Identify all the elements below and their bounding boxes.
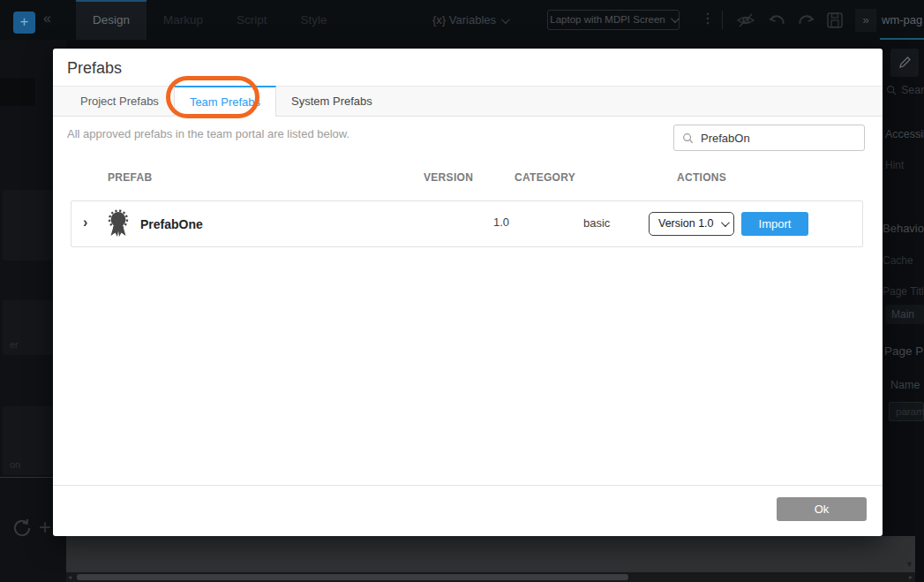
properties-search[interactable]: Sear (886, 84, 924, 96)
widget-tile[interactable] (3, 190, 52, 261)
prefabs-dialog: Prefabs Project Prefabs Team Prefabs Sys… (53, 49, 883, 536)
ok-button[interactable]: Ok (777, 497, 867, 521)
properties-panel: Sear Accessib Hint Behavior Cache Page T… (883, 40, 924, 536)
add-page-button[interactable]: + (13, 11, 35, 34)
add-widget-icon[interactable]: + (39, 515, 51, 540)
column-header-prefab: PREFAB (108, 171, 152, 184)
variables-menu[interactable]: {x} Variables (432, 0, 507, 40)
editor-mode-tabs: Design Markup Script Style (76, 0, 344, 40)
save-icon[interactable] (826, 11, 844, 33)
version-select[interactable]: Version 1.0 (649, 212, 734, 236)
chevron-down-icon (721, 218, 730, 227)
tab-system-prefabs[interactable]: System Prefabs (276, 87, 387, 116)
chevron-down-icon (501, 15, 510, 24)
canvas-right-edge (915, 536, 924, 582)
hint-property-label: Hint (885, 159, 904, 171)
dialog-description: All approved prefabs in the team portal … (67, 127, 349, 140)
horizontal-scrollbar-thumb[interactable] (77, 574, 628, 580)
prefab-category: basic (583, 216, 610, 230)
collapse-panel-icon[interactable]: « (43, 11, 51, 26)
edit-pencil-icon[interactable] (890, 49, 919, 77)
wavemaker-studio-screen: + « Design Markup Script Style {x} Varia… (0, 0, 924, 582)
widget-group-block (0, 78, 35, 106)
undo-icon[interactable] (767, 11, 786, 33)
prefab-badge-icon (106, 208, 131, 244)
tab-style[interactable]: Style (284, 0, 344, 40)
scroll-left-icon[interactable]: ◂ (68, 572, 71, 582)
expand-pages-icon[interactable]: » (855, 9, 876, 32)
behavior-section-header: Behavior (883, 222, 924, 235)
name-column-header: Name (890, 379, 920, 391)
page-title-input[interactable]: Main (885, 305, 924, 324)
page-title-value: Main (891, 308, 914, 321)
prefab-tabs: Project Prefabs Team Prefabs System Pref… (53, 86, 883, 117)
design-canvas (66, 536, 915, 572)
tab-design[interactable]: Design (76, 0, 146, 40)
horizontal-scrollbar[interactable]: ◂ ▸ (66, 572, 915, 582)
import-button[interactable]: Import (741, 212, 808, 236)
widget-tile[interactable]: on (3, 406, 52, 475)
more-options-icon[interactable]: ⋮ (701, 10, 715, 26)
prefab-version: 1.0 (493, 215, 509, 229)
toolbar-divider (722, 11, 723, 29)
column-header-actions: ACTIONS (677, 171, 726, 184)
param-name-input[interactable]: param (889, 402, 924, 421)
search-icon (886, 85, 897, 95)
cache-property-label: Cache (883, 254, 913, 267)
scroll-down-icon[interactable]: ▼ (905, 560, 913, 569)
tab-team-prefabs[interactable]: Team Prefabs (174, 86, 276, 117)
device-selector[interactable]: Laptop with MDPI Screen (547, 10, 680, 30)
chevron-down-icon (671, 14, 680, 23)
tab-script[interactable]: Script (220, 0, 284, 40)
prefab-name: PrefabOne (140, 217, 203, 231)
top-toolbar: + « Design Markup Script Style {x} Varia… (0, 0, 924, 40)
column-header-version: VERSION (424, 171, 473, 184)
search-icon (682, 132, 694, 144)
prefab-table-row[interactable]: › PrefabOne 1.0 basic Version 1.0 Import (71, 200, 863, 247)
widget-tile[interactable]: er (3, 300, 52, 355)
accessibility-section-header: Accessib (885, 128, 924, 140)
widget-tile-label: on (10, 459, 20, 470)
preview-eye-off-icon[interactable] (736, 11, 755, 33)
prefab-search-input[interactable] (701, 125, 860, 150)
refresh-icon[interactable] (11, 517, 34, 543)
row-expander-icon[interactable]: › (83, 215, 87, 231)
dialog-title: Prefabs (67, 59, 122, 78)
scroll-right-icon[interactable]: ▸ (909, 572, 913, 582)
widget-tile-label: er (10, 339, 19, 350)
param-name-value: param (896, 406, 924, 417)
page-title-property-label: Page Title (883, 285, 924, 298)
redo-icon[interactable] (797, 11, 816, 33)
tab-project-prefabs[interactable]: Project Prefabs (65, 87, 174, 116)
tab-markup[interactable]: Markup (146, 0, 220, 40)
column-header-category: CATEGORY (515, 171, 575, 184)
page-tab-wm-page[interactable]: wm-pag (882, 0, 922, 40)
prefab-search-box (673, 125, 865, 151)
page-params-section-header: Page Pa (884, 344, 924, 358)
dialog-footer: Ok (53, 485, 883, 536)
